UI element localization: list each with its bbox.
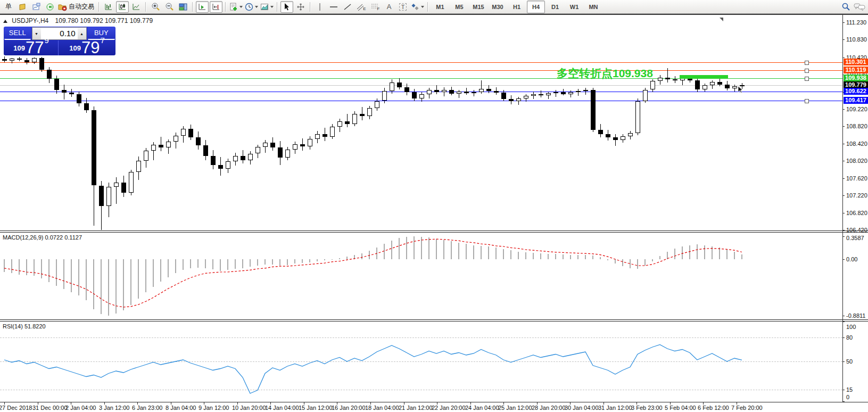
autotrade-button[interactable]: 自动交易 <box>57 1 96 13</box>
time-tick <box>204 402 204 405</box>
time-tick <box>4 402 5 405</box>
volume-decrease-button[interactable]: ▼ <box>32 28 41 39</box>
candle-body <box>211 156 216 164</box>
zoom-in-button[interactable] <box>149 1 162 13</box>
timeframe-m1-button[interactable]: M1 <box>431 1 449 13</box>
new-chart-icon <box>32 3 40 11</box>
signals-button[interactable] <box>44 1 56 13</box>
chart-shift-button[interactable] <box>210 1 222 13</box>
price-level-tag: 110.119 <box>844 67 868 73</box>
panel-separator[interactable] <box>0 321 868 322</box>
new-chart-button[interactable] <box>30 1 43 13</box>
candle-wick <box>585 88 586 95</box>
timeframe-d1-button[interactable]: D1 <box>546 1 564 13</box>
time-tick-label: 18 Jan 04:00 <box>365 405 399 411</box>
toolbar-separator <box>225 2 226 12</box>
arrows-tool-button[interactable] <box>410 1 425 13</box>
price-level-line[interactable] <box>0 70 842 71</box>
new-order-button[interactable]: 单 <box>2 1 15 13</box>
time-tick <box>137 402 138 405</box>
time-tick-label: 31 Jan 12:00 <box>598 405 632 411</box>
time-tick-label: 6 Feb 12:00 <box>698 405 729 411</box>
vertical-line-tool-button[interactable] <box>313 1 326 13</box>
candle-body <box>330 127 335 137</box>
sell-price-pip: 9 <box>44 31 48 50</box>
timeframe-mn-button[interactable]: MN <box>584 1 602 13</box>
candle-body <box>352 114 357 125</box>
time-tick <box>437 402 437 405</box>
notes-button[interactable] <box>16 1 29 13</box>
note-icon <box>18 3 27 11</box>
indicators-button[interactable] <box>229 1 243 13</box>
line-handle[interactable] <box>805 99 809 103</box>
line-handle[interactable] <box>805 61 809 65</box>
price-level-line[interactable] <box>0 85 842 86</box>
tile-windows-button[interactable] <box>177 1 189 13</box>
candle-body <box>218 165 223 169</box>
arrows-dropdown-caret[interactable] <box>421 6 424 8</box>
candle-body <box>121 183 126 193</box>
line-handle[interactable] <box>805 77 809 81</box>
equidistant-channel-tool-button[interactable]: E <box>355 1 368 13</box>
chart-header: USDJPY-,H4 109.780 109.792 109.771 109.7… <box>3 17 153 24</box>
panel-separator[interactable] <box>0 319 868 320</box>
line-handle[interactable] <box>805 69 809 73</box>
timeframe-h4-button[interactable]: H4 <box>527 1 545 13</box>
sell-price[interactable]: 109 77 9 <box>4 40 59 55</box>
timeframe-m30-button[interactable]: M30 <box>489 1 507 13</box>
time-tick <box>604 402 604 405</box>
candle-body <box>539 94 543 95</box>
candle-body <box>598 130 603 134</box>
trendline-tool-button[interactable] <box>341 1 354 13</box>
time-tick <box>270 402 271 405</box>
fibonacci-tool-button[interactable]: F <box>369 1 382 13</box>
timeframe-m5-button[interactable]: M5 <box>450 1 468 13</box>
collapse-arrow-icon[interactable] <box>3 20 7 23</box>
zoom-out-button[interactable] <box>163 1 176 13</box>
candle-body <box>613 137 618 140</box>
text-label-tool-button[interactable]: T <box>396 1 409 13</box>
candlestick-mode-button[interactable] <box>116 1 129 13</box>
auto-scroll-button[interactable] <box>196 1 209 13</box>
volume-increase-button[interactable]: ▲ <box>78 28 86 39</box>
periods-button[interactable] <box>244 1 259 13</box>
indicators-dropdown-caret[interactable] <box>239 6 243 8</box>
candle-body <box>181 129 186 136</box>
chart-shift-marker[interactable] <box>720 18 723 21</box>
buy-price[interactable]: 109 79 7 <box>59 40 115 55</box>
horizontal-line-tool-button[interactable] <box>327 1 340 13</box>
templates-dropdown-caret[interactable] <box>270 6 274 8</box>
add-indicator-icon <box>229 3 238 11</box>
templates-button[interactable] <box>260 1 274 13</box>
cursor-tool-button[interactable] <box>280 1 293 13</box>
crosshair-tool-button[interactable] <box>294 1 307 13</box>
time-tick-label: 9 Jan 12:00 <box>199 405 229 411</box>
price-level-line[interactable] <box>0 62 842 63</box>
candle-body <box>375 101 379 109</box>
chart-annotation-text[interactable]: 多空转折点109.938 <box>557 66 653 81</box>
candle-body <box>509 99 514 101</box>
expert-folder-icon <box>58 3 68 11</box>
price-tick-label: 110.830 <box>846 36 867 43</box>
bar-chart-mode-button[interactable] <box>102 1 115 13</box>
search-button[interactable] <box>839 1 852 13</box>
timeframe-m15-button[interactable]: M15 <box>469 1 487 13</box>
toolbar-separator <box>192 2 193 12</box>
panel-separator[interactable] <box>0 232 868 233</box>
price-tick-label: 109.220 <box>846 106 867 112</box>
timeframe-h1-button[interactable]: H1 <box>508 1 526 13</box>
chat-button[interactable] <box>853 1 866 13</box>
toolbar-separator <box>427 2 428 12</box>
timeframe-w1-button[interactable]: W1 <box>565 1 583 13</box>
periods-dropdown-caret[interactable] <box>255 6 258 8</box>
chart-shift-icon <box>212 3 220 11</box>
highlight-rectangle[interactable] <box>680 75 728 79</box>
time-tick-label: 16 Jan 20:00 <box>332 405 366 411</box>
candle-body <box>136 161 141 172</box>
text-tool-button[interactable]: A <box>383 1 395 13</box>
line-chart-mode-button[interactable] <box>130 1 143 13</box>
candle-body <box>69 93 74 94</box>
zoom-in-icon <box>151 2 160 11</box>
panel-separator[interactable] <box>0 230 868 231</box>
candle-body <box>427 90 432 94</box>
